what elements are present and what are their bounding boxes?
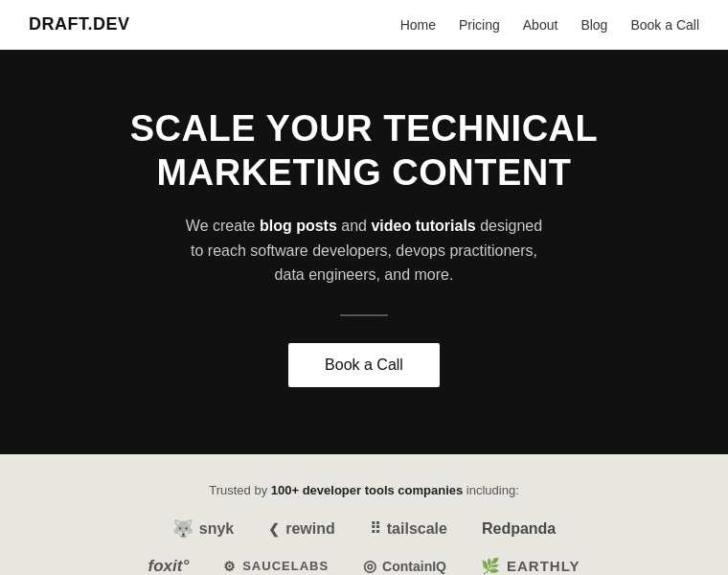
nav-blog[interactable]: Blog xyxy=(580,17,607,33)
earthly-logo: 🌿 EARTHLY xyxy=(481,557,580,575)
logos-section: Trusted by 100+ developer tools companie… xyxy=(0,454,728,575)
rewind-label: rewind xyxy=(285,520,335,538)
redpanda-logo: Redpanda xyxy=(482,520,556,538)
tailscale-label: tailscale xyxy=(387,520,447,538)
redpanda-label: Redpanda xyxy=(482,520,556,538)
saucelabs-label: SAUCELABS xyxy=(242,559,329,573)
logos-row-1: 🐺 snyk ❮ rewind ⠿ tailscale Redpanda xyxy=(172,518,557,540)
snyk-label: snyk xyxy=(199,520,234,538)
snyk-logo: 🐺 snyk xyxy=(172,518,234,540)
bold-blog-posts: blog posts xyxy=(260,218,337,234)
tailscale-logo: ⠿ tailscale xyxy=(370,519,447,538)
nav-about[interactable]: About xyxy=(523,17,558,33)
hero-headline: SCALE YOUR TECHNICAL MARKETING CONTENT xyxy=(115,107,613,195)
earthly-label: EARTHLY xyxy=(507,558,580,574)
logos-grid: 🐺 snyk ❮ rewind ⠿ tailscale Redpanda fox… xyxy=(29,518,699,575)
nav-home[interactable]: Home xyxy=(400,17,436,33)
foxit-label: foxit° xyxy=(148,557,190,575)
hero-book-call-button[interactable]: Book a Call xyxy=(288,343,440,387)
trusted-count: 100+ developer tools companies xyxy=(271,483,464,497)
hero-section: SCALE YOUR TECHNICAL MARKETING CONTENT W… xyxy=(0,50,728,454)
nav-pricing[interactable]: Pricing xyxy=(459,17,500,33)
logos-row-2: foxit° ⚙ SAUCELABS ◎ ContainIQ 🌿 EARTHLY xyxy=(148,557,580,575)
earthly-icon: 🌿 xyxy=(481,557,501,575)
containiq-label: ContainIQ xyxy=(382,559,446,574)
saucelabs-icon: ⚙ xyxy=(223,559,237,574)
trusted-text: Trusted by 100+ developer tools companie… xyxy=(29,483,699,497)
foxit-logo: foxit° xyxy=(148,557,190,575)
hero-description: We create blog posts and video tutorials… xyxy=(182,214,546,288)
logo[interactable]: DRAFT.DEV xyxy=(29,14,130,34)
bold-video-tutorials: video tutorials xyxy=(371,218,475,234)
saucelabs-logo: ⚙ SAUCELABS xyxy=(223,559,329,574)
header: DRAFT.DEV Home Pricing About Blog Book a… xyxy=(0,0,728,50)
rewind-icon: ❮ xyxy=(268,521,280,537)
tailscale-icon: ⠿ xyxy=(370,519,381,538)
snyk-icon: 🐺 xyxy=(172,518,193,540)
divider xyxy=(340,314,388,316)
containiq-icon: ◎ xyxy=(363,557,376,575)
nav: Home Pricing About Blog Book a Call xyxy=(400,17,699,33)
containiq-logo: ◎ ContainIQ xyxy=(363,557,446,575)
nav-book-call[interactable]: Book a Call xyxy=(630,17,699,33)
rewind-logo: ❮ rewind xyxy=(268,520,335,538)
